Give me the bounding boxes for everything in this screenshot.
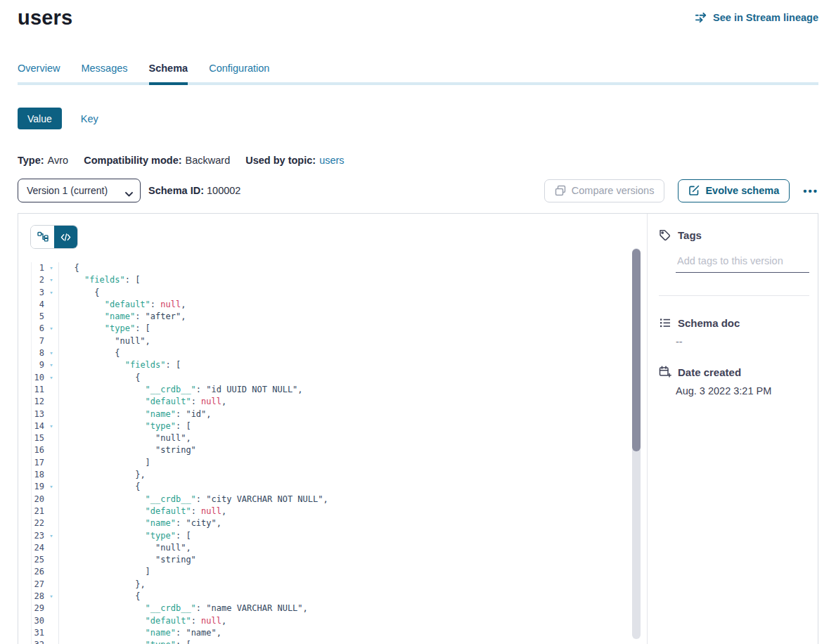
version-select[interactable]: Version 1 (current): [18, 179, 141, 202]
code-line: 29 "__crdb__": "name VARCHAR NULL",: [18, 603, 647, 614]
code-line: 26 ]: [18, 566, 647, 578]
fold-arrow-icon: [44, 384, 58, 396]
line-number: 31: [18, 627, 44, 639]
line-number: 27: [18, 579, 44, 591]
schema-id: Schema ID: 100002: [148, 185, 240, 196]
code-line: 20 "__crdb__": "city VARCHAR NOT NULL",: [18, 494, 647, 505]
code-line-content: "type": [: [58, 530, 191, 542]
tree-view-icon: [37, 231, 49, 243]
line-number: 16: [18, 444, 44, 456]
tab-configuration[interactable]: Configuration: [209, 63, 269, 82]
code-line-content: "__crdb__": "id UUID NOT NULL",: [58, 384, 303, 396]
code-line: 25 "string": [18, 554, 647, 566]
meta-value: Avro: [48, 155, 69, 166]
line-number: 30: [18, 615, 44, 627]
line-number: 14: [18, 420, 44, 432]
line-number: 29: [18, 603, 44, 614]
fold-arrow-icon: [44, 603, 58, 614]
evolve-schema-icon: [688, 185, 700, 196]
value-toggle-button[interactable]: Value: [18, 108, 62, 129]
tab-overview[interactable]: Overview: [18, 63, 60, 82]
add-tags-input[interactable]: [676, 255, 809, 267]
code-line-content: "name": "id",: [58, 408, 212, 420]
code-line: 18 },: [18, 469, 647, 481]
fold-arrow-icon: [44, 335, 58, 347]
schema-doc-heading: Schema doc: [659, 316, 809, 329]
fold-arrow-icon[interactable]: ▾: [44, 287, 58, 299]
code-line-content: "null",: [58, 335, 150, 347]
tab-bar: OverviewMessagesSchemaConfiguration: [18, 63, 818, 85]
code-line-content: "null",: [58, 432, 191, 444]
schema-doc-value: --: [676, 336, 809, 347]
code-line-content: "fields": [: [58, 274, 140, 286]
evolve-schema-button[interactable]: Evolve schema: [678, 179, 790, 202]
code-scrollbar[interactable]: [632, 248, 641, 639]
stream-lineage-link[interactable]: See in Stream lineage: [695, 12, 818, 23]
code-line-content: "string": [58, 444, 196, 456]
fold-arrow-icon[interactable]: ▾: [44, 639, 58, 644]
code-line: 3▾ {: [18, 287, 647, 299]
compare-versions-icon: [555, 185, 566, 196]
code-line-content: "name": "after",: [58, 311, 186, 323]
tags-input-wrap: [676, 255, 809, 273]
fold-arrow-icon[interactable]: ▾: [44, 530, 58, 542]
fold-arrow-icon[interactable]: ▾: [44, 481, 58, 493]
code-line: 23▾ "type": [: [18, 530, 647, 542]
code-line: 7 "null",: [18, 335, 647, 347]
tags-section-heading: Tags: [659, 228, 809, 241]
fold-arrow-icon[interactable]: ▾: [44, 420, 58, 432]
code-line-content: {: [58, 262, 79, 274]
compare-versions-button[interactable]: Compare versions: [544, 179, 665, 202]
tab-messages[interactable]: Messages: [81, 63, 127, 82]
fold-arrow-icon[interactable]: ▾: [44, 347, 58, 359]
date-created-heading-label: Date created: [678, 366, 741, 378]
fold-arrow-icon[interactable]: ▾: [44, 323, 58, 335]
code-scrollbar-thumb[interactable]: [632, 249, 641, 451]
date-created-heading: Date created: [659, 366, 809, 378]
fold-arrow-icon[interactable]: ▾: [44, 372, 58, 384]
line-number: 11: [18, 384, 44, 396]
fold-arrow-icon[interactable]: ▾: [44, 262, 58, 274]
line-number: 24: [18, 542, 44, 554]
tree-view-button[interactable]: [31, 226, 54, 248]
code-line-content: },: [58, 579, 146, 591]
line-number: 25: [18, 554, 44, 566]
code-line: 27 },: [18, 579, 647, 591]
date-created-value: Aug. 3 2022 3:21 PM: [676, 385, 809, 397]
fold-arrow-icon[interactable]: ▾: [44, 359, 58, 371]
code-line-content: "default": null,: [58, 615, 226, 627]
code-line-content: {: [58, 481, 140, 493]
schema-id-value: 100002: [207, 185, 240, 196]
date-created-section: Date created Aug. 3 2022 3:21 PM: [659, 366, 809, 397]
line-number: 2: [18, 274, 44, 286]
fold-arrow-icon: [44, 299, 58, 311]
line-number: 15: [18, 432, 44, 444]
line-number: 20: [18, 494, 44, 505]
view-toggle: [30, 225, 78, 249]
fold-arrow-icon[interactable]: ▾: [44, 274, 58, 286]
fold-arrow-icon: [44, 444, 58, 456]
value-key-toggle: Value Key: [18, 108, 818, 129]
evolve-schema-label: Evolve schema: [705, 185, 779, 196]
line-number: 28: [18, 591, 44, 603]
line-number: 22: [18, 517, 44, 529]
schema-panel: 1▾ {2▾ "fields": [3▾ {4 "default": null,…: [18, 213, 818, 644]
line-number: 23: [18, 530, 44, 542]
fold-arrow-icon[interactable]: ▾: [44, 591, 58, 603]
more-options-button[interactable]: •••: [803, 185, 818, 197]
meta-item: Type:Avro: [18, 155, 68, 166]
tab-schema[interactable]: Schema: [149, 63, 188, 82]
controls-right: Compare versions Evolve schema •••: [544, 179, 818, 202]
code-line: 13 "name": "id",: [18, 408, 647, 420]
meta-value-link[interactable]: users: [319, 155, 344, 166]
fold-arrow-icon: [44, 566, 58, 578]
tag-icon: [659, 228, 671, 241]
version-select-wrap: Version 1 (current): [18, 179, 141, 202]
fold-arrow-icon: [44, 554, 58, 566]
line-number: 26: [18, 566, 44, 578]
key-toggle-button[interactable]: Key: [81, 113, 98, 124]
code-line-content: },: [58, 469, 146, 481]
code-line: 10▾ {: [18, 372, 647, 384]
schema-code-editor[interactable]: 1▾ {2▾ "fields": [3▾ {4 "default": null,…: [18, 262, 647, 644]
code-view-button[interactable]: [54, 226, 77, 248]
